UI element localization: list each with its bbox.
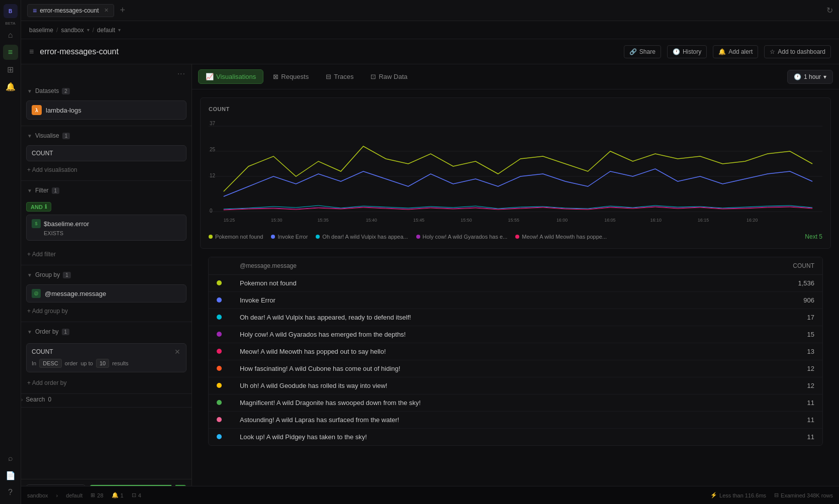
tabs-bar: 📈 Visualisations ⊠ Requests ⊟ Traces ⊡ R…: [192, 64, 839, 89]
filter-item-header: $ $baselime.error: [32, 219, 181, 228]
table-row[interactable]: How fascinating! A wild Cubone has come …: [209, 360, 822, 377]
filter-field-icon: $: [32, 219, 41, 228]
new-tab-button[interactable]: +: [120, 5, 126, 16]
row-color-cell: [209, 326, 232, 343]
search-label: Search: [26, 396, 45, 403]
panel-header: ···: [21, 64, 192, 83]
breadcrumb-env[interactable]: sandbox: [61, 27, 83, 34]
env-dropdown-icon[interactable]: ▾: [87, 27, 89, 33]
tab-traces[interactable]: ⊟ Traces: [318, 69, 361, 84]
table-row[interactable]: Astounding! A wild Lapras has surfaced f…: [209, 412, 822, 429]
tab-icon: ≡: [33, 7, 37, 15]
refresh-button[interactable]: ↻: [826, 6, 833, 15]
alert-label: Add alert: [728, 48, 753, 55]
sidebar-search[interactable]: ⌕: [3, 451, 18, 466]
visualise-label: Visualise: [35, 132, 59, 139]
filter-condition: EXISTS: [32, 230, 181, 236]
order-direction-tag[interactable]: DESC: [39, 359, 62, 368]
timing-value: Less than 116.6ms: [719, 492, 766, 498]
table-row[interactable]: Pokemon not found 1,536: [209, 275, 822, 292]
panel-menu-button[interactable]: ···: [177, 69, 185, 78]
sidebar-query[interactable]: ≡: [3, 45, 18, 60]
table-row[interactable]: Oh dear! A wild Vulpix has appeared, rea…: [209, 309, 822, 326]
row-color-dot: [217, 349, 222, 354]
chart-y-label: COUNT: [209, 106, 822, 112]
and-badge[interactable]: AND ℹ: [26, 202, 51, 212]
breadcrumb-org[interactable]: baselime: [29, 27, 53, 34]
add-filter-button[interactable]: + Add filter: [21, 248, 192, 261]
tab-close-button[interactable]: ✕: [104, 7, 109, 14]
traces-tab-label: Traces: [334, 73, 353, 80]
status-count-28: ⊞ 28: [90, 492, 103, 498]
table-row[interactable]: Meow! A wild Meowth has popped out to sa…: [209, 343, 822, 360]
row-color-dot: [217, 315, 222, 320]
datasets-toggle[interactable]: ▼ Datasets 2: [21, 83, 192, 98]
table-row[interactable]: Invoke Error 906: [209, 292, 822, 309]
add-dashboard-button[interactable]: ☆ Add to dashboard: [764, 45, 831, 58]
history-button[interactable]: 🕐 History: [667, 45, 707, 58]
status-org: sandbox: [27, 492, 48, 498]
legend-dot-invoke: [271, 235, 275, 239]
data-table: @message.message COUNT Pokemon not found…: [209, 257, 822, 445]
dataset-item[interactable]: λ lambda-logs: [26, 100, 187, 120]
breadcrumb-service[interactable]: default: [97, 27, 115, 34]
add-filter-label: + Add filter: [27, 251, 56, 258]
visualise-toggle[interactable]: ▼ Visualise 1: [21, 128, 192, 143]
order-by-toggle[interactable]: ▼ Order by 1: [21, 324, 192, 339]
add-group-by-button[interactable]: + Add group by: [21, 305, 192, 318]
chart-svg: 37 25 12 0 15:25 15:30 15:35 15:40 15:45…: [209, 116, 822, 227]
next-5-button[interactable]: Next 5: [805, 233, 822, 240]
sidebar-help[interactable]: ?: [3, 485, 18, 500]
group-by-item[interactable]: @ @message.message: [26, 284, 187, 303]
sidebar-grid[interactable]: ⊞: [3, 62, 18, 77]
breadcrumb-sep1: /: [56, 27, 58, 34]
breadcrumb-sep2: /: [92, 27, 94, 34]
legend-gyarados[interactable]: Holy cow! A wild Gyarados has e...: [416, 234, 508, 240]
visualise-count: 1: [62, 133, 70, 139]
legend-invoke[interactable]: Invoke Error: [271, 234, 308, 240]
group-by-label: Group by: [35, 271, 60, 278]
group-by-toggle[interactable]: ▼ Group by 1: [21, 267, 192, 282]
tab-visualisations[interactable]: 📈 Visualisations: [198, 69, 263, 84]
dataset-lambda-icon: λ: [32, 105, 42, 115]
table-row[interactable]: Magnificent! A wild Dragonite has swoope…: [209, 394, 822, 412]
sidebar-home[interactable]: ⌂: [3, 28, 18, 43]
legend-pokemon[interactable]: Pokemon not found: [209, 234, 263, 240]
svg-text:16:15: 16:15: [698, 218, 709, 223]
sidebar-bell[interactable]: 🔔: [3, 79, 18, 94]
legend-meowth[interactable]: Meow! A wild Meowth has poppe...: [515, 234, 607, 240]
filter-item[interactable]: $ $baselime.error EXISTS: [26, 215, 187, 241]
row-count-cell: 1,536: [728, 275, 822, 292]
table-row[interactable]: Look up! A wild Pidgey has taken to the …: [209, 429, 822, 446]
legend-label-meowth: Meow! A wild Meowth has poppe...: [522, 234, 607, 240]
service-dropdown-icon[interactable]: ▾: [118, 27, 121, 33]
table-row[interactable]: Uh oh! A wild Geodude has rolled its way…: [209, 377, 822, 394]
order-box-close[interactable]: ✕: [174, 348, 181, 356]
active-tab[interactable]: ≡ error-messages-count ✕: [27, 4, 114, 17]
add-visualisation-button[interactable]: + Add visualisation: [21, 163, 192, 176]
dashboard-label: Add to dashboard: [778, 48, 825, 55]
tab-requests[interactable]: ⊠ Requests: [265, 69, 316, 84]
svg-text:0: 0: [210, 208, 213, 214]
search-toggle[interactable]: › Search 0: [21, 396, 192, 403]
legend-vulpix[interactable]: Oh dear! A wild Vulpix has appea...: [316, 234, 408, 240]
tab-raw-data[interactable]: ⊡ Raw Data: [363, 69, 415, 84]
query-icon: ≡: [29, 47, 34, 56]
sidebar-logo: B: [4, 4, 18, 18]
time-range-selector[interactable]: 🕐 1 hour ▾: [787, 70, 833, 84]
row-color-dot: [217, 417, 222, 422]
table-row[interactable]: Holy cow! A wild Gyarados has emerged fr…: [209, 326, 822, 343]
add-order-by-button[interactable]: + Add order by: [21, 376, 192, 389]
add-alert-button[interactable]: 🔔 Add alert: [713, 45, 758, 58]
req-tab-label: Requests: [281, 73, 309, 80]
filter-toggle[interactable]: ▼ Filter 1: [21, 183, 192, 198]
datasets-chevron: ▼: [27, 88, 32, 94]
order-limit-tag[interactable]: 10: [96, 359, 109, 368]
group-by-chevron: ▼: [27, 272, 32, 278]
row-message-cell: Invoke Error: [232, 292, 728, 309]
timing-icon: ⚡: [710, 492, 717, 498]
share-button[interactable]: 🔗 Share: [624, 45, 661, 58]
sidebar-document[interactable]: 📄: [3, 468, 18, 483]
visualise-count-item[interactable]: COUNT: [26, 145, 187, 161]
share-label: Share: [639, 48, 656, 55]
